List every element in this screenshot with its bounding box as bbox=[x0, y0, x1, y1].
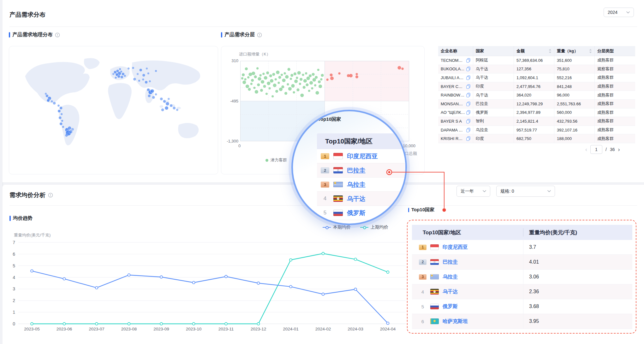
svg-text:7: 7 bbox=[13, 240, 15, 245]
sort-icon[interactable] bbox=[549, 49, 552, 53]
column-header[interactable]: 金额 bbox=[514, 46, 554, 56]
next-page-button[interactable]: › bbox=[618, 147, 620, 152]
top10-table-row: 1印度尼西亚3.7 bbox=[412, 240, 632, 255]
country-link[interactable]: 俄罗斯 bbox=[347, 209, 366, 217]
copy-icon[interactable] bbox=[466, 110, 470, 115]
country-link[interactable]: 乌干达 bbox=[347, 195, 366, 203]
geo-panel-title: 产品需求地理分布 bbox=[12, 32, 53, 38]
table-cell: 成熟客群 bbox=[595, 82, 635, 91]
company-name-cell[interactable]: JUBAILI AGR... bbox=[438, 73, 473, 82]
copy-icon[interactable] bbox=[466, 128, 470, 132]
info-icon[interactable] bbox=[48, 193, 53, 198]
y-tick: 310 bbox=[224, 58, 238, 63]
flag-paraguay-icon bbox=[430, 259, 439, 265]
svg-text:2: 2 bbox=[13, 298, 15, 303]
flag-indonesia-icon bbox=[333, 153, 343, 159]
country-link[interactable]: 俄罗斯 bbox=[443, 303, 458, 310]
copy-icon[interactable] bbox=[466, 75, 470, 80]
flag-paraguay-icon bbox=[333, 167, 343, 173]
table-cell: 75,810 bbox=[554, 65, 595, 74]
scatter-y-axis-title: 进口额增量（K） bbox=[239, 51, 271, 57]
company-name-cell[interactable]: BUKOOLA C... bbox=[438, 65, 473, 74]
svg-text:1: 1 bbox=[13, 310, 15, 315]
country-link[interactable]: 乌拉圭 bbox=[347, 180, 366, 189]
table-cell: 智利 bbox=[473, 117, 514, 126]
copy-icon[interactable] bbox=[466, 102, 470, 106]
flag-russia-icon bbox=[430, 304, 439, 309]
prev-page-button[interactable]: ‹ bbox=[585, 147, 587, 152]
country-link[interactable]: 印度尼西亚 bbox=[347, 152, 378, 160]
country-link[interactable]: 巴拉圭 bbox=[347, 166, 366, 175]
column-header: 重量均价(美元/千克) bbox=[523, 228, 632, 236]
column-header[interactable]: 重量（kg） bbox=[554, 46, 595, 56]
company-name-cell[interactable]: TECNOMYL ... bbox=[438, 56, 473, 65]
sort-icon[interactable] bbox=[589, 49, 592, 53]
company-name-cell[interactable]: AO "ЩЕЛКО... bbox=[438, 108, 473, 117]
year-select[interactable]: 2024 bbox=[604, 8, 634, 17]
country-link[interactable]: 印度尼西亚 bbox=[443, 244, 468, 251]
page-separator: / bbox=[605, 147, 607, 152]
table-cell: 351,600 bbox=[554, 56, 595, 65]
world-map-card bbox=[9, 46, 218, 174]
rank-medal-badge: 2 bbox=[321, 167, 329, 173]
rank-number: 4 bbox=[321, 195, 329, 202]
company-name-cell[interactable]: KRISHI RASA... bbox=[438, 134, 473, 143]
scatter-legend-item[interactable]: 潜力客群 bbox=[265, 157, 287, 163]
page-input[interactable]: 1 bbox=[590, 145, 602, 154]
company-name-cell[interactable]: RAINBOW A... bbox=[438, 91, 473, 100]
table-cell: 392,107.16 bbox=[554, 126, 595, 135]
country-link[interactable]: 乌干达 bbox=[443, 289, 458, 295]
table-cell: 2,551,763.66 bbox=[554, 100, 595, 108]
copy-icon[interactable] bbox=[466, 84, 470, 89]
column-header: 企业名称 bbox=[438, 46, 473, 56]
top10-panel-header: Top10国家 bbox=[408, 207, 434, 213]
country-link[interactable]: 哈萨克斯坦 bbox=[443, 318, 468, 325]
table-cell: 成熟客群 bbox=[595, 108, 635, 117]
top10-highlight-panel: Top10国家/地区 重量均价(美元/千克) 1印度尼西亚3.72巴拉圭4.01… bbox=[407, 220, 636, 334]
flag-uruguay-icon bbox=[333, 181, 343, 188]
info-icon[interactable] bbox=[55, 32, 60, 38]
page-title: 产品需求分布 bbox=[9, 11, 45, 19]
column-header: Top10国家/地区 bbox=[412, 229, 523, 236]
table-cell: 阿根廷 bbox=[473, 56, 514, 65]
avg-price-line-chart[interactable]: 012345672023-052023-062023-072023-082023… bbox=[9, 230, 410, 334]
flag-uruguay-icon bbox=[430, 274, 439, 280]
company-name-cell[interactable]: BAYER S A bbox=[438, 117, 473, 126]
company-name-cell[interactable]: DAPAMA UR... bbox=[438, 126, 473, 135]
svg-text:4: 4 bbox=[13, 275, 15, 280]
svg-text:3: 3 bbox=[13, 286, 15, 291]
table-cell: 432,793.56 bbox=[554, 117, 595, 126]
company-name-cell[interactable]: MONSANTO ... bbox=[438, 100, 473, 108]
company-table: 企业名称国家金额重量（kg）分层类型TECNOMYL ...阿根廷57,369,… bbox=[438, 46, 635, 143]
info-icon[interactable] bbox=[257, 32, 262, 38]
x-tick: 0 bbox=[238, 143, 241, 148]
price-section-header: 需求均价分析 bbox=[9, 191, 53, 199]
title-accent-bar bbox=[9, 216, 11, 221]
copy-icon[interactable] bbox=[466, 58, 470, 63]
copy-icon[interactable] bbox=[466, 93, 470, 97]
svg-text:2023-06: 2023-06 bbox=[57, 327, 72, 331]
strat-panel-header: 产品需求分层 bbox=[221, 32, 262, 38]
top10-table-row: 4乌干达2.36 bbox=[412, 284, 632, 299]
copy-icon[interactable] bbox=[466, 136, 470, 141]
flag-uganda-icon bbox=[430, 289, 439, 294]
period-select[interactable]: 近一年 bbox=[456, 186, 490, 197]
country-link[interactable]: 巴拉圭 bbox=[443, 259, 458, 265]
rank-medal-badge: 1 bbox=[419, 245, 426, 250]
y-tick: -495 bbox=[224, 99, 238, 103]
table-cell: 乌干达 bbox=[473, 73, 514, 82]
trend-panel-header: 均价趋势 bbox=[9, 215, 33, 222]
copy-icon[interactable] bbox=[466, 119, 470, 124]
geo-panel-header: 产品需求地理分布 bbox=[9, 32, 60, 38]
table-cell: 957,519.77 bbox=[514, 126, 554, 135]
country-link[interactable]: 乌拉圭 bbox=[443, 274, 458, 280]
table-cell: 364,020 bbox=[514, 91, 554, 100]
svg-text:2023-05: 2023-05 bbox=[24, 327, 40, 331]
avg-price-value: 3.95 bbox=[523, 314, 632, 329]
spec-select[interactable]: 规格: 0 bbox=[496, 186, 555, 197]
copy-icon[interactable] bbox=[466, 67, 470, 71]
svg-text:2023-09: 2023-09 bbox=[153, 327, 169, 331]
svg-text:2024-02: 2024-02 bbox=[315, 327, 331, 331]
company-name-cell[interactable]: BAYER CRO... bbox=[438, 82, 473, 91]
table-cell: 成熟客群 bbox=[595, 100, 635, 108]
